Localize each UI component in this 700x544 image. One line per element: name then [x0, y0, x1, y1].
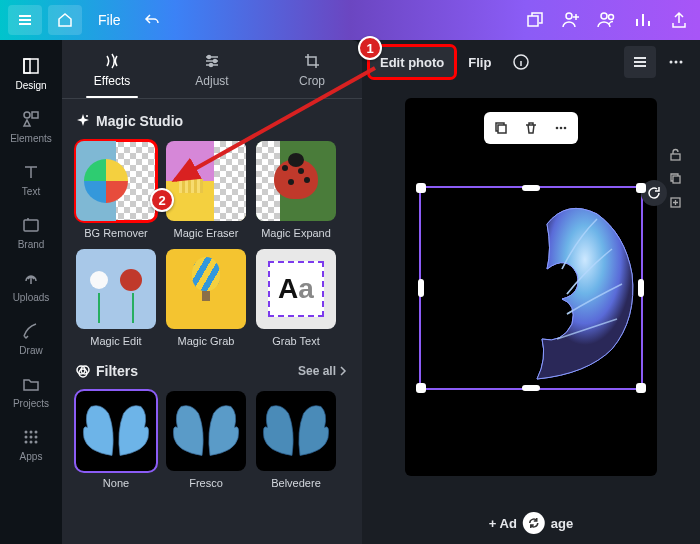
delete-button[interactable]	[517, 115, 545, 141]
add-page-side-button[interactable]	[665, 192, 685, 212]
more-button[interactable]	[660, 46, 692, 78]
undo-button[interactable]	[137, 5, 167, 35]
top-bar: File	[0, 0, 700, 40]
unlock-icon	[669, 148, 682, 161]
tab-label: Effects	[94, 74, 130, 88]
tab-crop[interactable]: Crop	[262, 40, 362, 98]
sidebar-item-projects[interactable]: Projects	[0, 366, 62, 417]
tile-grab-text[interactable]: Aa Grab Text	[256, 249, 336, 347]
copy-icon	[669, 172, 682, 185]
tile-label: Grab Text	[272, 335, 320, 347]
tile-label: Magic Expand	[261, 227, 331, 239]
adjust-icon	[203, 52, 221, 70]
selected-image[interactable]	[427, 194, 647, 394]
lock-button[interactable]	[665, 144, 685, 164]
edit-photo-button[interactable]: Edit photo	[370, 47, 454, 77]
sidebar-item-brand[interactable]: Brand	[0, 207, 62, 258]
svg-point-27	[675, 61, 678, 64]
info-button[interactable]	[505, 46, 537, 78]
magic-grab-thumb	[166, 249, 246, 329]
undo-icon	[144, 12, 160, 28]
element-more-button[interactable]	[547, 115, 575, 141]
sidebar-item-text[interactable]: Text	[0, 154, 62, 205]
sidebar-item-draw[interactable]: Draw	[0, 313, 62, 364]
resize-handle-w[interactable]	[418, 279, 424, 297]
tile-bg-remover[interactable]: BG Remover	[76, 141, 156, 239]
svg-point-6	[24, 112, 30, 118]
effects-icon	[103, 52, 121, 70]
tile-magic-expand[interactable]: Magic Expand	[256, 141, 336, 239]
svg-rect-0	[528, 16, 538, 26]
svg-point-11	[35, 431, 38, 434]
sidebar-item-label: Draw	[19, 345, 42, 356]
svg-point-21	[86, 115, 88, 117]
sidebar-item-label: Text	[22, 186, 40, 197]
filter-fresco[interactable]: Fresco	[166, 391, 246, 489]
resize-handle-nw[interactable]	[416, 183, 426, 193]
share-collab-button[interactable]	[594, 7, 620, 33]
svg-point-26	[670, 61, 673, 64]
sidebar-item-label: Elements	[10, 133, 52, 144]
tab-adjust[interactable]: Adjust	[162, 40, 262, 98]
design-icon	[21, 56, 41, 76]
add-user-icon	[561, 11, 581, 29]
resize-handle-ne[interactable]	[636, 183, 646, 193]
svg-point-14	[35, 436, 38, 439]
canvas-page[interactable]	[405, 98, 657, 476]
svg-point-2	[601, 13, 607, 19]
selection-frame[interactable]	[419, 186, 643, 390]
tile-magic-edit[interactable]: Magic Edit	[76, 249, 156, 347]
panel-tabs: Effects Adjust Crop	[62, 40, 362, 99]
text-icon	[21, 162, 41, 182]
share-button[interactable]	[666, 7, 692, 33]
canvas-area[interactable]: + Add page + Ad age	[362, 84, 700, 544]
svg-rect-4	[24, 59, 38, 73]
brand-icon	[21, 215, 41, 235]
filter-belvedere[interactable]: Belvedere	[256, 391, 336, 489]
flip-button[interactable]: Flip	[458, 47, 501, 77]
sidebar-item-design[interactable]: Design	[0, 48, 62, 99]
draw-icon	[21, 321, 41, 341]
home-button[interactable]	[48, 5, 82, 35]
more-icon	[667, 53, 685, 71]
tab-label: Adjust	[195, 74, 228, 88]
tab-effects[interactable]: Effects	[62, 40, 162, 98]
tile-magic-grab[interactable]: Magic Grab	[166, 249, 246, 347]
svg-rect-33	[671, 154, 680, 160]
crop-icon	[303, 52, 321, 70]
sidebar-item-apps[interactable]: Apps	[0, 419, 62, 470]
svg-point-12	[25, 436, 28, 439]
sidebar-item-label: Projects	[13, 398, 49, 409]
menu-button[interactable]	[8, 5, 42, 35]
duplicate-page-button[interactable]	[665, 168, 685, 188]
tab-label: Crop	[299, 74, 325, 88]
floating-element-toolbar	[484, 112, 578, 144]
list-icon	[632, 54, 648, 70]
elements-icon	[21, 109, 41, 129]
filter-fresco-thumb	[166, 391, 246, 471]
svg-point-30	[556, 127, 559, 130]
add-user-button[interactable]	[558, 7, 584, 33]
duplicate-button[interactable]	[487, 115, 515, 141]
resize-handle-sw[interactable]	[416, 383, 426, 393]
sidebar-item-label: Uploads	[13, 292, 50, 303]
add-page-icon	[669, 196, 682, 209]
file-menu[interactable]: File	[88, 8, 131, 32]
svg-point-31	[560, 127, 563, 130]
svg-rect-8	[24, 220, 38, 231]
see-all-filters[interactable]: See all	[298, 364, 348, 378]
filter-none[interactable]: None	[76, 391, 156, 489]
resize-button[interactable]	[522, 7, 548, 33]
sidebar-item-elements[interactable]: Elements	[0, 101, 62, 152]
tile-magic-eraser[interactable]: Magic Eraser	[166, 141, 246, 239]
sidebar-item-uploads[interactable]: Uploads	[0, 260, 62, 311]
topbar-left: File	[8, 5, 167, 35]
add-page-button[interactable]: + Add page + Ad age	[489, 512, 573, 534]
resize-icon	[526, 11, 544, 29]
insights-button[interactable]	[630, 7, 656, 33]
list-view-button[interactable]	[624, 46, 656, 78]
tile-label: BG Remover	[84, 227, 148, 239]
svg-point-18	[208, 56, 211, 59]
resize-handle-n[interactable]	[522, 185, 540, 191]
svg-rect-5	[24, 59, 30, 73]
